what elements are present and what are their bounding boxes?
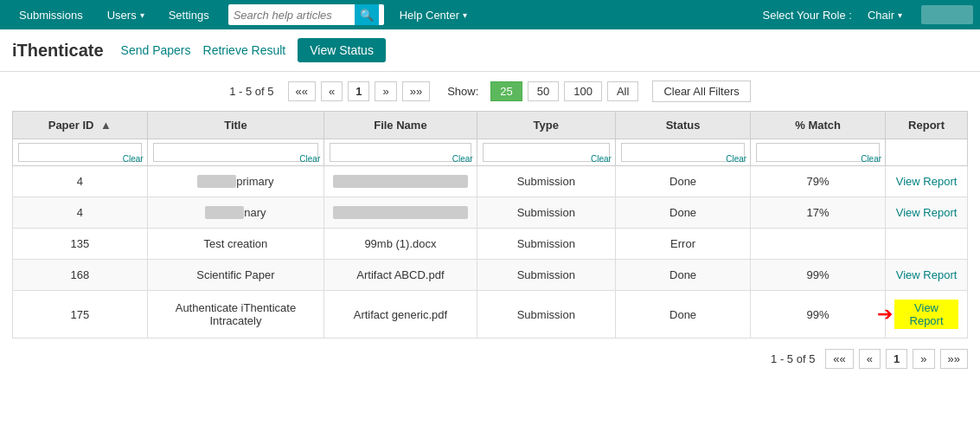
- retrieve-result-link[interactable]: Retrieve Result: [203, 43, 286, 57]
- table-body: 4████primary████████████████SubmissionDo…: [13, 166, 968, 339]
- search-input[interactable]: [234, 9, 355, 22]
- view-report-highlighted-link[interactable]: View Report: [894, 300, 958, 329]
- page-info-top: 1 - 5 of 5: [229, 85, 273, 98]
- view-report-link[interactable]: View Report: [896, 175, 958, 188]
- filter-clear-title[interactable]: Clear: [299, 154, 320, 164]
- chevron-down-icon: ▾: [463, 10, 467, 20]
- cell-status: Done: [615, 260, 750, 291]
- filter-file-name-input[interactable]: [330, 143, 471, 162]
- table-row: 4████primary████████████████SubmissionDo…: [13, 166, 968, 197]
- cell-title: ████primary: [147, 166, 324, 197]
- table-row: 168Scientific PaperArtifact ABCD.pdfSubm…: [13, 260, 968, 291]
- filter-type: Clear: [477, 139, 615, 166]
- col-header-file-name: File Name: [324, 112, 477, 139]
- last-page-button[interactable]: »»: [402, 81, 430, 101]
- cell-title: Scientific Paper: [147, 260, 324, 291]
- show-label: Show:: [447, 85, 478, 98]
- bottom-prev-page-button[interactable]: «: [859, 349, 881, 369]
- nav-settings[interactable]: Settings: [157, 0, 221, 29]
- bottom-current-page-button[interactable]: 1: [886, 349, 907, 369]
- papers-table-container: Paper ID ▲ Title File Name Type Status %…: [0, 111, 980, 339]
- nav-submissions[interactable]: Submissions: [7, 0, 95, 29]
- cell-type: Submission: [477, 260, 615, 291]
- col-header-report: Report: [886, 112, 968, 139]
- sort-arrow-icon[interactable]: ▲: [100, 119, 112, 132]
- cell-report: View Report: [886, 197, 968, 229]
- cell-paper-id: 168: [13, 260, 148, 291]
- cell-match: 99%: [751, 260, 886, 291]
- avatar: [921, 5, 973, 24]
- table-row: 175Authenticate iThenticate IntracatelyA…: [13, 291, 968, 339]
- filter-title: Clear: [147, 139, 324, 166]
- view-status-button[interactable]: View Status: [298, 38, 386, 62]
- show-100-button[interactable]: 100: [564, 81, 602, 101]
- cell-report: [886, 229, 968, 260]
- cell-paper-id: 4: [13, 166, 148, 197]
- nav-users[interactable]: Users ▾: [95, 0, 157, 29]
- filter-clear-paper-id[interactable]: Clear: [123, 154, 144, 164]
- col-header-status: Status: [615, 112, 750, 139]
- filter-match: Clear: [751, 139, 886, 166]
- show-25-button[interactable]: 25: [490, 81, 522, 101]
- view-report-link[interactable]: View Report: [896, 206, 958, 219]
- cell-status: Done: [615, 197, 750, 229]
- filter-file-name: Clear: [324, 139, 477, 166]
- filter-clear-type[interactable]: Clear: [591, 154, 612, 164]
- chevron-down-icon: ▾: [140, 10, 144, 20]
- first-page-button[interactable]: ««: [288, 81, 316, 101]
- cell-report: ➔ View Report: [886, 291, 968, 339]
- search-button[interactable]: 🔍: [355, 4, 379, 25]
- cell-paper-id: 175: [13, 291, 148, 339]
- col-header-match: % Match: [751, 112, 886, 139]
- cell-type: Submission: [477, 229, 615, 260]
- show-all-button[interactable]: All: [607, 81, 638, 101]
- filter-clear-match[interactable]: Clear: [861, 154, 881, 164]
- cell-title: Test creation: [147, 229, 324, 260]
- table-row: 4████nary████████████████SubmissionDone1…: [13, 197, 968, 229]
- nav-help-center[interactable]: Help Center ▾: [388, 0, 479, 29]
- cell-file-name: Artifact generic.pdf: [324, 291, 477, 339]
- search-box: 🔍: [228, 4, 384, 25]
- table-filter-row: Clear Clear Clear Clear Clear: [13, 139, 968, 166]
- filter-paper-id: Clear: [13, 139, 148, 166]
- cell-type: Submission: [477, 166, 615, 197]
- cell-type: Submission: [477, 197, 615, 229]
- col-header-title: Title: [147, 112, 324, 139]
- prev-page-button[interactable]: «: [321, 81, 343, 101]
- filter-clear-status[interactable]: Clear: [726, 154, 746, 164]
- page-info-bottom: 1 - 5 of 5: [771, 352, 815, 365]
- bottom-first-page-button[interactable]: ««: [825, 349, 853, 369]
- top-navigation: Submissions Users ▾ Settings 🔍 Help Cent…: [0, 0, 980, 29]
- cell-paper-id: 4: [13, 197, 148, 229]
- cell-match: 79%: [751, 166, 886, 197]
- clear-all-filters-button[interactable]: Clear All Filters: [652, 81, 750, 102]
- col-header-paper-id: Paper ID ▲: [13, 112, 148, 139]
- cell-title: ████nary: [147, 197, 324, 229]
- send-papers-link[interactable]: Send Papers: [121, 43, 191, 57]
- view-report-link[interactable]: View Report: [896, 268, 958, 281]
- col-header-type: Type: [477, 112, 615, 139]
- filter-clear-file-name[interactable]: Clear: [452, 154, 473, 164]
- show-50-button[interactable]: 50: [528, 81, 559, 101]
- nav-role-chair[interactable]: Chair ▾: [855, 0, 914, 29]
- table-row: 135Test creation99mb (1).docxSubmissionE…: [13, 229, 968, 260]
- filter-title-input[interactable]: [153, 143, 319, 162]
- cell-status: Done: [615, 166, 750, 197]
- cell-paper-id: 135: [13, 229, 148, 260]
- current-page-button[interactable]: 1: [348, 81, 369, 101]
- cell-file-name: 99mb (1).docx: [324, 229, 477, 260]
- cell-report: View Report: [886, 166, 968, 197]
- cell-file-name: Artifact ABCD.pdf: [324, 260, 477, 291]
- brand-name: iThenticate: [12, 41, 104, 61]
- next-page-button[interactable]: »: [375, 81, 396, 101]
- pagination-bottom: 1 - 5 of 5 «« « 1 » »»: [0, 339, 980, 379]
- bottom-last-page-button[interactable]: »»: [940, 349, 968, 369]
- bottom-next-page-button[interactable]: »: [913, 349, 934, 369]
- cell-match: 99%: [751, 291, 886, 339]
- filter-report-empty: [886, 139, 968, 166]
- cell-file-name: ████████████████: [324, 166, 477, 197]
- filter-status: Clear: [615, 139, 750, 166]
- cell-match: 17%: [751, 197, 886, 229]
- cell-title: Authenticate iThenticate Intracately: [147, 291, 324, 339]
- table-header-row: Paper ID ▲ Title File Name Type Status %…: [13, 112, 968, 139]
